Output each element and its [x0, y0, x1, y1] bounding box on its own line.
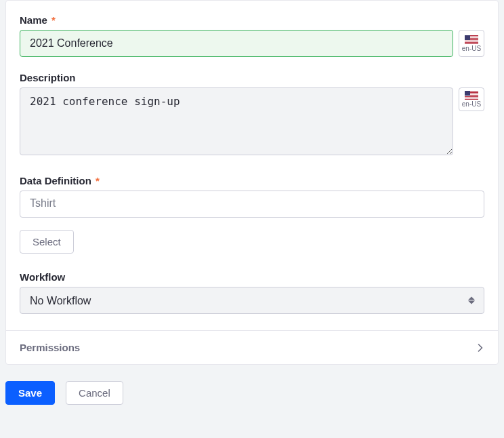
locale-button-name[interactable]: en-US — [459, 30, 484, 57]
required-marker: * — [51, 14, 56, 26]
form-footer: Save Cancel — [5, 381, 499, 405]
select-data-definition-button[interactable]: Select — [20, 230, 74, 254]
locale-code: en-US — [462, 45, 481, 52]
svg-rect-12 — [465, 96, 478, 96]
locale-code: en-US — [462, 101, 481, 108]
label-data-definition: Data Definition * — [20, 175, 484, 186]
chevron-right-icon — [476, 344, 484, 352]
svg-rect-5 — [465, 41, 478, 42]
permissions-section-toggle[interactable]: Permissions — [6, 330, 498, 364]
save-button[interactable]: Save — [5, 381, 55, 405]
name-input[interactable] — [20, 30, 453, 57]
form-panel: Name * — [5, 0, 499, 365]
cancel-button[interactable]: Cancel — [66, 381, 123, 405]
field-name: Name * — [20, 14, 484, 57]
flag-us-icon — [465, 91, 478, 100]
field-data-definition: Data Definition * Tshirt Select — [20, 175, 484, 254]
svg-rect-13 — [465, 97, 478, 98]
field-workflow: Workflow No Workflow — [20, 271, 484, 314]
svg-rect-6 — [465, 43, 478, 43]
label-name-text: Name — [20, 14, 47, 26]
svg-rect-4 — [465, 40, 478, 41]
permissions-title: Permissions — [20, 342, 80, 353]
field-description: Description — [20, 72, 484, 157]
label-description: Description — [20, 72, 484, 83]
description-textarea[interactable] — [20, 87, 453, 155]
svg-rect-15 — [465, 91, 470, 96]
label-workflow: Workflow — [20, 271, 484, 283]
label-data-definition-text: Data Definition — [20, 175, 91, 186]
flag-us-icon — [465, 35, 478, 44]
label-name: Name * — [20, 14, 484, 26]
workflow-select[interactable]: No Workflow — [20, 287, 484, 314]
svg-rect-7 — [465, 35, 470, 40]
locale-button-description[interactable]: en-US — [459, 87, 484, 111]
data-definition-value: Tshirt — [20, 191, 484, 218]
svg-rect-14 — [465, 98, 478, 99]
required-marker: * — [96, 175, 100, 186]
